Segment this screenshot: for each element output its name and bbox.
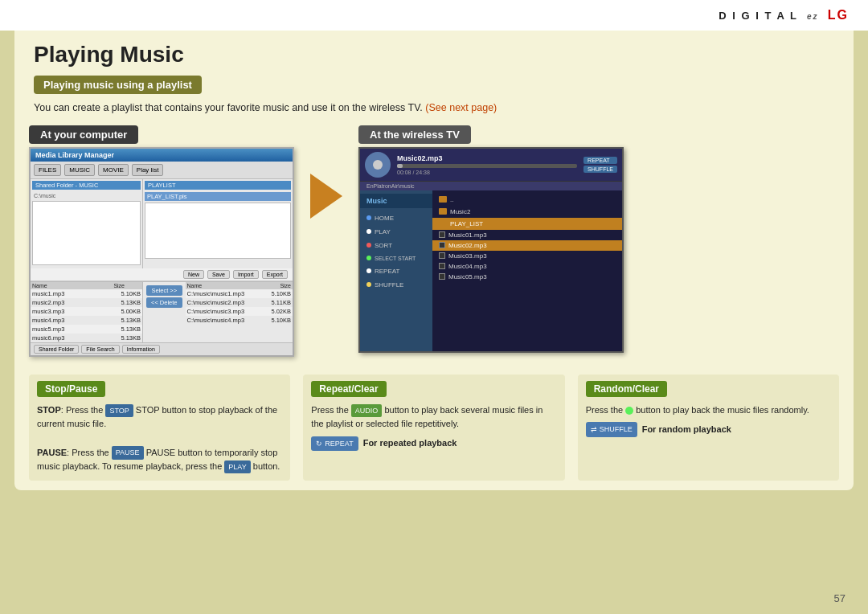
- tv-checkbox: [439, 263, 445, 269]
- mlm-shared-folder-btn[interactable]: Shared Folder: [34, 345, 79, 354]
- stop-pause-header: Stop/Pause: [37, 381, 105, 397]
- tv-folder-icon: [439, 196, 447, 203]
- tv-progress-bar: [397, 164, 577, 168]
- tv-panel-label: At the wireless TV: [358, 125, 471, 144]
- tv-nav-header: Music: [360, 194, 432, 208]
- tv-topbar: Music02.mp3 00:08 / 24:38 REPEAT SHUFFLE: [360, 149, 622, 182]
- mlm-import-btn[interactable]: Import: [233, 270, 259, 279]
- main-content: Playing Music Playing music using a play…: [14, 31, 854, 490]
- tv-checkbox-active: [439, 242, 445, 248]
- tv-panel: At the wireless TV Music02.mp3 00:08 / 2…: [358, 125, 624, 353]
- mlm-right-file-list: C:\music\music1.mp35.10KB C:\music\music…: [186, 289, 293, 325]
- tv-time: 00:08 / 24:38: [397, 170, 577, 175]
- brand-digital: D I G I T A L: [719, 10, 797, 22]
- computer-panel: At your computer Media Library Manager F…: [29, 125, 294, 357]
- tv-file-music01: Music01.mp3: [432, 230, 622, 240]
- tv-nav-shuffle: SHUFFLE: [360, 278, 432, 292]
- arrow-container: [302, 125, 350, 219]
- tv-nav-home: HOME: [360, 211, 432, 225]
- audio-btn-icon: AUDIO: [351, 404, 383, 417]
- tv-screenshot: Music02.mp3 00:08 / 24:38 REPEAT SHUFFLE…: [358, 147, 624, 353]
- tv-ctrl-btns: REPEAT SHUFFLE: [583, 157, 617, 173]
- list-item: C:\music\music4.mp35.10KB: [186, 316, 293, 325]
- mlm-btn-playlist[interactable]: Play list: [132, 164, 164, 176]
- tv-repeat-btn: REPEAT: [583, 157, 617, 164]
- mlm-titlebar: Media Library Manager: [31, 149, 293, 162]
- tv-nav-dot-home: [366, 215, 371, 220]
- tv-right-list: .. Music2 PLAY_LIST Mu: [432, 190, 622, 351]
- mlm-col-left: Shared Folder - MUSIC C:\music: [31, 179, 143, 268]
- tv-file-music05: Music05.mp3: [432, 272, 622, 282]
- intro-text: You can create a playlist that contains …: [14, 100, 854, 125]
- tv-folder-dotdot: ..: [432, 194, 622, 206]
- tv-left-nav: Music HOME PLAY SORT: [360, 190, 432, 351]
- right-arrow-icon: [310, 174, 342, 219]
- stop-btn-icon: STOP: [105, 404, 133, 417]
- mlm-file-area: NameSize music1.mp35.10KB music2.mp35.13…: [31, 281, 293, 342]
- random-clear-header: Random/Clear: [586, 381, 667, 397]
- tv-checkbox: [439, 231, 445, 238]
- page-number: 57: [834, 592, 845, 604]
- brand-ez: ez: [807, 12, 819, 21]
- pause-btn-icon: PAUSE: [112, 446, 144, 459]
- see-next-page: (See next page): [425, 102, 497, 113]
- tv-file-music04: Music04.mp3: [432, 261, 622, 272]
- mlm-file-search-btn[interactable]: File Search: [81, 345, 119, 354]
- mlm-bottom-row: Shared Folder File Search Information: [31, 342, 293, 355]
- computer-panel-label: At your computer: [29, 125, 138, 144]
- mlm-save-btn[interactable]: Save: [207, 270, 230, 279]
- mlm-window: Media Library Manager FILES MUSIC MOVIE …: [29, 147, 294, 357]
- mlm-right-header: NameSize: [186, 282, 293, 289]
- tv-nav-select-start: SELECT START: [360, 252, 432, 264]
- mlm-export-btn[interactable]: Export: [262, 270, 288, 279]
- info-row: Stop/Pause STOP: Press the STOP STOP but…: [14, 375, 854, 481]
- mlm-information-btn[interactable]: Information: [122, 345, 160, 354]
- mlm-delete-btn[interactable]: << Delete: [146, 297, 182, 308]
- list-item: C:\music\music2.mp35.11KB: [186, 298, 293, 307]
- shuffle-row: ⇌ SHUFFLE For random playback: [586, 422, 831, 436]
- tv-shuffle-btn: SHUFFLE: [583, 166, 617, 173]
- tv-file-music02: Music02.mp3: [432, 240, 622, 251]
- mlm-btn-files[interactable]: FILES: [34, 164, 61, 176]
- mlm-btn-music[interactable]: MUSIC: [64, 164, 95, 176]
- tv-info: Music02.mp3 00:08 / 24:38: [397, 154, 577, 175]
- stop-pause-text: STOP: Press the STOP STOP button to stop…: [37, 403, 282, 474]
- mlm-left-files: NameSize music1.mp35.10KB music2.mp35.13…: [31, 282, 143, 342]
- mlm-toolbar: FILES MUSIC MOVIE Play list: [31, 162, 293, 179]
- tv-nav-repeat: REPEAT: [360, 264, 432, 278]
- mlm-playlist-label: PLAYLIST: [145, 181, 291, 190]
- tv-nav-dot-sort: [366, 243, 371, 248]
- random-clear-text: Press the button to play back the music …: [586, 403, 831, 437]
- section-header: Playing music using a playlist: [34, 76, 202, 94]
- random-clear-section: Random/Clear Press the button to play ba…: [578, 375, 839, 481]
- top-bar: D I G I T A L ez LG: [0, 0, 868, 31]
- tv-checkbox: [439, 273, 445, 280]
- repeat-clear-text: Press the AUDIO button to play back seve…: [311, 403, 556, 452]
- list-item: music6.mp35.13KB: [31, 334, 142, 342]
- repeat-clear-section: Repeat/Clear Press the AUDIO button to p…: [303, 375, 564, 481]
- mlm-right-files: NameSize C:\music\music1.mp35.10KB C:\mu…: [186, 282, 293, 342]
- tv-folder-path: EnPlatronAir\music: [360, 182, 622, 190]
- tv-folder-icon: [439, 208, 447, 215]
- mlm-btn-movie[interactable]: MOVIE: [98, 164, 129, 176]
- demo-row: At your computer Media Library Manager F…: [14, 125, 854, 368]
- list-item: music4.mp35.13KB: [31, 316, 142, 325]
- list-item: music3.mp35.00KB: [31, 307, 142, 316]
- tv-nav-dot-repeat: [366, 268, 371, 273]
- mlm-left-header: NameSize: [31, 282, 142, 289]
- brand-lg: LG: [828, 8, 849, 22]
- list-item: music1.mp35.10KB: [31, 289, 142, 298]
- green-circle-icon: [625, 407, 633, 415]
- tv-filename: Music02.mp3: [397, 154, 577, 162]
- tv-folder-music2: Music2: [432, 206, 622, 218]
- mlm-new-btn[interactable]: New: [183, 270, 204, 279]
- list-item: music2.mp35.13KB: [31, 298, 142, 307]
- shuffle-caption: For random playback: [642, 423, 731, 437]
- repeat-row: ↻ REPEAT For repeated playback: [311, 436, 556, 451]
- tv-body: Music HOME PLAY SORT: [360, 190, 622, 351]
- stop-pause-section: Stop/Pause STOP: Press the STOP STOP but…: [29, 375, 290, 481]
- tv-nav-sort: SORT: [360, 239, 432, 252]
- mlm-select-btn[interactable]: Select >>: [146, 285, 182, 296]
- repeat-caption: For repeated playback: [363, 436, 457, 451]
- tv-nav-dot-select: [366, 256, 371, 260]
